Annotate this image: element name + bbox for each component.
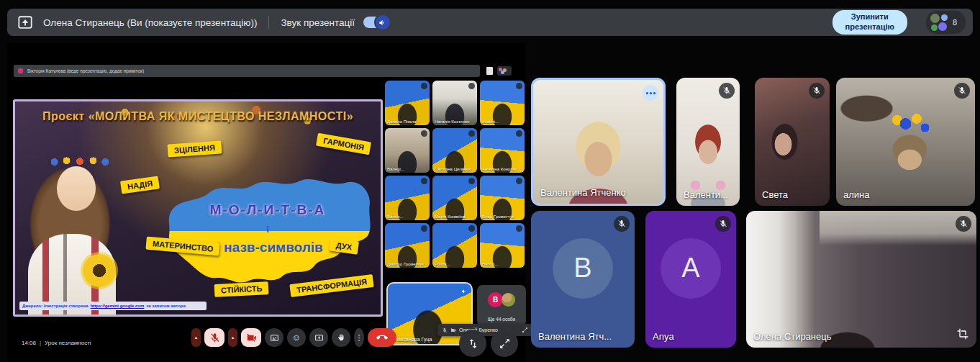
- participant-name: Олена Стиранець: [753, 331, 971, 342]
- mic-options-caret-icon: ▲: [191, 328, 201, 347]
- swap-tiles-button[interactable]: [459, 330, 486, 357]
- participant-tile[interactable]: Валенти...: [676, 78, 740, 206]
- reactions-icon: ☺: [287, 328, 306, 347]
- presentation-title: Олена Стиранець (Ви (показуєте презентац…: [43, 17, 257, 28]
- inner-tile-name: Дмитро Грометчук: [387, 262, 427, 266]
- mic-off-icon: [719, 83, 735, 99]
- slide-source-note: Джерело: Ілюстрація створена https://gem…: [19, 302, 207, 310]
- presenter-bar-text: Вікторія Катулєва (веде презентацію, дод…: [27, 68, 144, 73]
- mic-off-icon: [421, 83, 427, 89]
- divider: |: [40, 340, 41, 346]
- mic-off-icon: [442, 327, 448, 333]
- notes-icon: [486, 67, 493, 75]
- more-participants-tile: B Ще 44 особи: [477, 285, 526, 327]
- inner-toolbar-icons: [486, 65, 512, 77]
- inner-video-tile: Марія Конвеїна: [432, 176, 477, 220]
- slide-title: Проєкт «МОЛИТВА ЯК МИСТЕЦТВО НЕЗЛАМНОСТІ…: [15, 110, 381, 123]
- inner-tile-name: Віктор...: [482, 262, 522, 266]
- inner-video-tile: Вален...: [385, 176, 430, 220]
- participant-tile[interactable]: Олена Стиранець: [746, 211, 976, 348]
- avatar-letter: A: [661, 238, 721, 299]
- inner-speaker-name: Олександра Гуца: [391, 337, 432, 342]
- participant-tile[interactable]: B Валентина Ятч...: [531, 211, 635, 348]
- captions-icon: [265, 328, 283, 347]
- avatar-letter: B: [488, 292, 503, 307]
- participant-tile[interactable]: A Anya: [645, 211, 736, 348]
- inner-video-tile: Наталія Костенко: [432, 81, 477, 125]
- cam-options-caret-icon: ▲: [228, 328, 237, 347]
- inner-presenter-bar: Вікторія Катулєва (веде презентацію, дод…: [14, 65, 480, 77]
- inner-tile-name: Світлана Циганюк: [435, 167, 475, 171]
- mic-off-icon: [715, 216, 731, 232]
- mic-off-button-icon: [204, 328, 224, 347]
- fullscreen-button[interactable]: [491, 330, 518, 357]
- inner-video-tile: Ангеліна Конопац...: [480, 128, 525, 173]
- mic-off-icon: [468, 130, 475, 137]
- mic-off-icon: [956, 216, 971, 232]
- mic-off-icon: [516, 130, 522, 137]
- participant-count-number: 8: [953, 18, 957, 27]
- mic-off-icon: [954, 83, 970, 99]
- participants-count-pill[interactable]: 8: [926, 11, 966, 34]
- mic-off-icon: [516, 178, 522, 184]
- mic-off-icon: [468, 178, 475, 184]
- inner-meet-controls: ▲ ▲ ☺ ⋮: [191, 328, 396, 347]
- meet-window: Олена Стиранець (Ви (показуєте презентац…: [0, 0, 980, 362]
- mic-off-icon: [468, 83, 475, 89]
- inner-tile-name: Данило Пнюта: [387, 119, 427, 124]
- inner-video-tile: Данило Пнюта: [385, 81, 430, 125]
- mic-off-icon: [468, 225, 475, 232]
- mic-off-icon: [421, 225, 427, 232]
- end-call-icon: [368, 328, 396, 347]
- inner-tile-name: Марія Конвеїна: [435, 214, 475, 219]
- swap-vertical-icon: [467, 338, 479, 350]
- crop-video-button[interactable]: [955, 326, 971, 342]
- sunflower-illustration: [83, 254, 116, 287]
- more-options-icon: ⋮: [354, 328, 364, 347]
- speaker-icon: [376, 15, 390, 30]
- participant-name: Валенти...: [684, 189, 734, 200]
- map-connector: і: [159, 224, 376, 235]
- audio-active-icon: [459, 286, 468, 296]
- mic-off-icon: [614, 216, 630, 232]
- participant-tile[interactable]: Валентина Ятченко: [531, 78, 666, 206]
- more-avatars-cluster: B: [488, 292, 515, 308]
- present-screen-icon: [309, 328, 328, 347]
- inner-video-tile: Світлана Циганюк: [432, 128, 477, 173]
- girl-illustration: [17, 146, 142, 317]
- girl-face: [57, 166, 96, 211]
- inner-video-tile: ekateri...: [480, 81, 525, 125]
- participant-avatars-cluster: [930, 14, 948, 31]
- presentation-sound-toggle[interactable]: [363, 17, 389, 28]
- raise-hand-icon: [332, 328, 350, 347]
- crop-icon: [957, 328, 968, 340]
- participants-grid: Валентина Ятченко Валенти... Света алина: [531, 78, 980, 348]
- clock-time: 14:08: [22, 340, 36, 346]
- inner-video-grid: Данило Пнюта Наталія Костенко ekateri...…: [385, 81, 527, 268]
- open-in-full-icon: [499, 338, 511, 350]
- source-link: https://gemini.google.com: [91, 304, 145, 308]
- participant-tile[interactable]: алина: [836, 78, 975, 206]
- slide-tag: ЗЦІЛЕННЯ: [167, 140, 222, 157]
- inner-tile-name: Валері...: [387, 167, 427, 171]
- inner-video-tile: Валері...: [385, 128, 430, 173]
- inner-tile-name: Наталія Костенко: [435, 119, 475, 124]
- avatar: [502, 293, 515, 307]
- stop-presentation-button[interactable]: Зупинити презентацію: [832, 10, 907, 35]
- inner-tile-name: Polina...: [435, 262, 475, 266]
- tile-options-button[interactable]: [643, 85, 658, 101]
- mic-off-icon: [516, 83, 522, 89]
- cam-off-icon: [450, 327, 456, 333]
- mic-off-icon: [809, 83, 825, 99]
- mic-off-icon: [421, 178, 427, 184]
- participant-name: Валентина Ятченко: [540, 187, 658, 198]
- more-participants-label: Ще 44 особи: [477, 317, 526, 322]
- inner-video-tile: Polina...: [432, 223, 477, 268]
- divider: [268, 16, 269, 29]
- presentation-slide: Проєкт «МОЛИТВА ЯК МИСТЕЦТВО НЕЗЛАМНОСТІ…: [13, 99, 383, 317]
- participant-tile[interactable]: Света: [755, 78, 830, 206]
- stop-button-line1: Зупинити: [851, 12, 889, 22]
- participant-name: Anya: [653, 331, 730, 342]
- cam-off-button-icon: [241, 328, 261, 347]
- inner-participants-icon: [497, 66, 512, 76]
